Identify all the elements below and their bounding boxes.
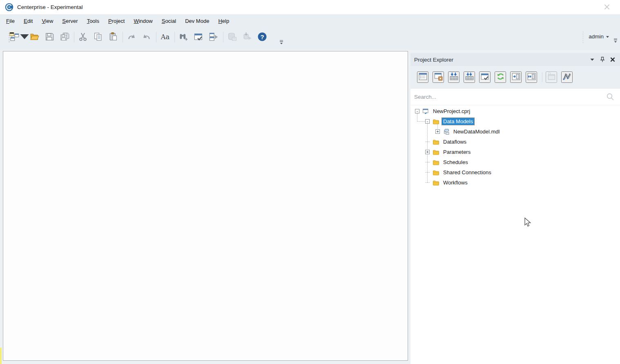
tree-item-label: NewDataModel.mdl [452, 128, 501, 135]
menu-item-tools[interactable]: Tools [83, 16, 104, 26]
tree-item-data-models[interactable]: -Data Models [410, 116, 620, 127]
folder-icon [433, 139, 439, 145]
main-toolbar: Aa? [0, 28, 408, 47]
find-button[interactable] [178, 31, 189, 43]
paste-button[interactable] [107, 31, 119, 43]
new-button[interactable] [13, 31, 25, 43]
tree-item-workflows[interactable]: Workflows [410, 178, 620, 188]
tree-item-label: NewProject.cprj [432, 108, 471, 115]
pin-icon[interactable] [599, 56, 606, 63]
menu-item-view[interactable]: View [37, 16, 58, 26]
tree-item-schedules[interactable]: Schedules [410, 157, 620, 167]
menu-item-project[interactable]: Project [104, 16, 129, 26]
tree-item-label: Dataflows [442, 138, 468, 145]
help-icon: ? [257, 32, 267, 43]
datamodel-icon [443, 129, 450, 135]
tree-item-newproject-cprj[interactable]: -NewProject.cprj [410, 106, 620, 116]
folder-icon [433, 180, 439, 186]
find-icon [178, 32, 188, 43]
verify-button[interactable] [479, 71, 491, 83]
help-button[interactable]: ? [256, 31, 268, 43]
refresh-icon [496, 72, 505, 82]
panel-title: Project Explorer [414, 57, 453, 63]
open-button[interactable] [29, 31, 40, 43]
toolbar-separator [74, 32, 74, 42]
folder-icon [433, 149, 439, 155]
tree-connector [425, 162, 430, 162]
collapse-icon[interactable]: - [425, 119, 430, 124]
collapse-icon[interactable]: - [415, 109, 419, 113]
centerprise-logo-icon [5, 3, 13, 11]
folder-icon [433, 169, 439, 176]
save-icon [45, 32, 54, 43]
menu-item-help[interactable]: Help [214, 16, 234, 26]
user-toolbar-grip[interactable] [582, 31, 584, 44]
tree-item-label: Schedules [442, 159, 469, 166]
read-fields-button[interactable] [464, 71, 475, 83]
window-position-button[interactable] [589, 56, 595, 63]
caret-down-icon[interactable] [20, 32, 29, 43]
expand-icon[interactable]: + [425, 150, 430, 154]
expand-all-details-button[interactable] [526, 71, 537, 83]
menu-item-file[interactable]: File [2, 16, 19, 26]
deploy-button [241, 31, 253, 43]
tree-connector [425, 172, 430, 173]
toolbar-separator [223, 32, 223, 42]
search-row [410, 88, 620, 105]
font-options-button[interactable]: Aa [159, 31, 171, 43]
search-input[interactable] [414, 94, 606, 100]
view-properties-button[interactable] [417, 71, 428, 83]
remove-from-project-button[interactable] [433, 71, 444, 83]
close-icon[interactable] [603, 3, 611, 11]
menu-item-dev-mode[interactable]: Dev Mode [181, 16, 214, 26]
impact-analysis-button[interactable] [561, 71, 573, 83]
redo-button[interactable] [141, 31, 152, 43]
menu-item-server[interactable]: Server [58, 16, 82, 26]
dock-window-alt-icon [527, 72, 536, 82]
toolbar-separator [156, 32, 156, 42]
remove-window-icon [434, 72, 443, 82]
user-overflow-icon[interactable] [613, 38, 618, 45]
menu-item-window[interactable]: Window [129, 16, 157, 26]
document-canvas[interactable] [3, 51, 408, 361]
project-tree: -NewProject.cprj-Data Models+NewDataMode… [410, 106, 620, 364]
refresh-button[interactable] [495, 71, 506, 83]
expand-icon[interactable]: + [435, 129, 440, 134]
expand-details-button[interactable] [510, 71, 522, 83]
save-all-button[interactable] [59, 31, 70, 43]
database-browser-button [226, 31, 238, 43]
preview-button[interactable] [208, 31, 219, 43]
cut-button[interactable] [77, 31, 89, 43]
dock-window-icon [511, 72, 521, 82]
tree-item-newdatamodel-mdl[interactable]: +NewDataModel.mdl [410, 127, 620, 137]
copy-icon [93, 32, 103, 43]
panel-header[interactable]: Project Explorer [410, 53, 620, 66]
tree-item-parameters[interactable]: +Parameters [410, 147, 620, 157]
folder-icon [433, 159, 439, 166]
deploy-icon [242, 32, 252, 43]
write-fields-button[interactable] [448, 71, 459, 83]
copy-button[interactable] [92, 31, 104, 43]
verify-button[interactable] [193, 31, 204, 43]
toolbar-overflow-icon[interactable] [279, 39, 284, 47]
menu-item-social[interactable]: Social [157, 16, 181, 26]
fields-down-alt-icon [465, 72, 474, 82]
user-name: admin [589, 33, 604, 40]
save-button[interactable] [44, 31, 55, 43]
panel-header-controls [589, 53, 616, 66]
tree-item-dataflows[interactable]: Dataflows [410, 137, 620, 147]
paste-icon [108, 32, 118, 43]
tree-item-shared-connections[interactable]: Shared Connections [410, 167, 620, 178]
add-item-button [546, 71, 557, 83]
undo-button[interactable] [126, 31, 137, 43]
search-icon[interactable] [606, 93, 614, 101]
caret-down-icon [606, 33, 609, 40]
save-all-icon [60, 32, 69, 43]
menu-item-edit[interactable]: Edit [19, 16, 37, 26]
title-bar: Centerprise - Experimental [0, 0, 620, 15]
verify-window-icon [194, 32, 203, 43]
user-menu[interactable]: admin [589, 33, 609, 40]
menu-bar: FileEditViewServerToolsProjectWindowSoci… [2, 16, 234, 26]
close-panel-icon[interactable] [609, 56, 616, 63]
tree-item-label: Parameters [442, 149, 472, 155]
